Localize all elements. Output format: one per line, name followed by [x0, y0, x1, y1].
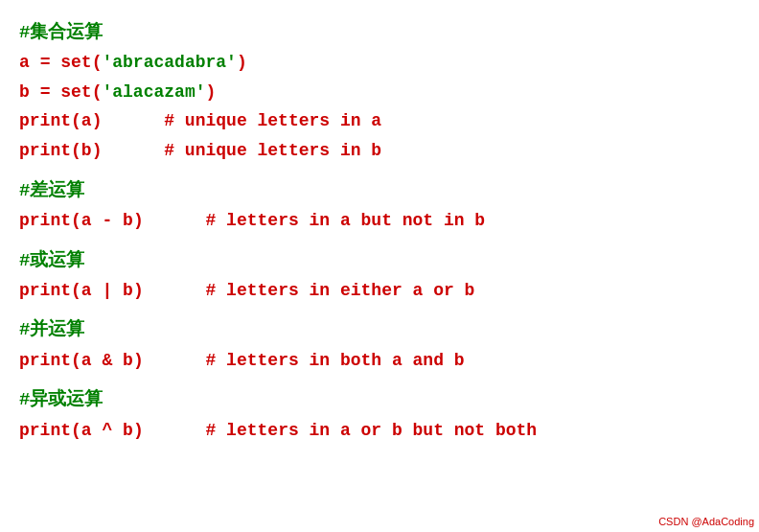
watermark: CSDN @AdaCoding: [658, 516, 754, 527]
header-xor-ops: #异或运算: [19, 384, 740, 415]
section-xor-ops: #异或运算 print(a ^ b) # letters in a or b b…: [19, 384, 740, 445]
code-line-5: print(a - b) # letters in a but not in b: [19, 206, 740, 236]
code-line-2: b = set('alacazam'): [19, 78, 740, 107]
code-line-6: print(a | b) # letters in either a or b: [19, 276, 740, 306]
code-line-3: print(a) # unique letters in a: [19, 106, 740, 136]
header-set-ops: #集合运算: [19, 17, 740, 48]
code-line-7: print(a & b) # letters in both a and b: [19, 346, 740, 376]
section-diff-ops: #差运算 print(a - b) # letters in a but not…: [19, 175, 740, 236]
section-or-ops: #或运算 print(a | b) # letters in either a …: [19, 245, 740, 306]
code-line-4: print(b) # unique letters in b: [19, 136, 740, 166]
code-block: #集合运算 a = set('abracadabra') b = set('al…: [19, 17, 740, 445]
code-line-1: a = set('abracadabra'): [19, 48, 740, 78]
header-and-ops: #并运算: [19, 314, 740, 345]
header-or-ops: #或运算: [19, 245, 740, 276]
section-set-ops: #集合运算 a = set('abracadabra') b = set('al…: [19, 17, 740, 166]
code-line-8: print(a ^ b) # letters in a or b but not…: [19, 416, 740, 446]
header-diff-ops: #差运算: [19, 175, 740, 206]
section-and-ops: #并运算 print(a & b) # letters in both a an…: [19, 314, 740, 375]
